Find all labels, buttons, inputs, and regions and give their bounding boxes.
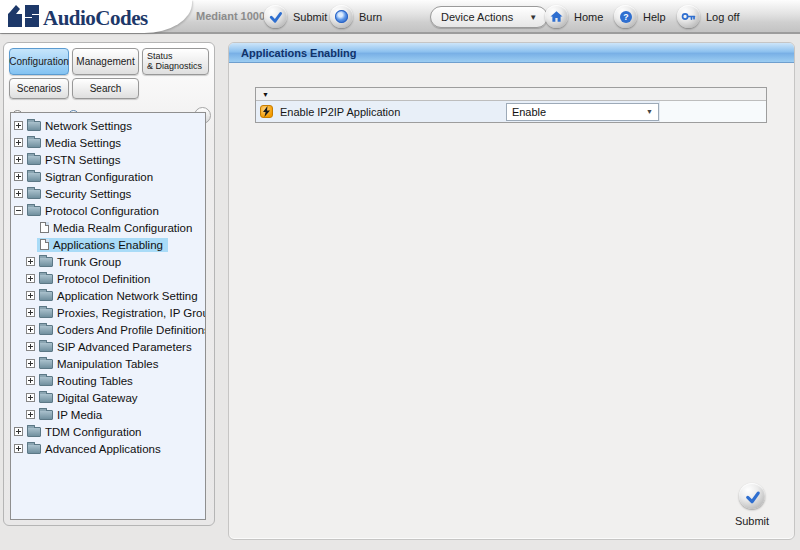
sidebar-tab[interactable]: Management — [72, 48, 139, 75]
tree-item[interactable]: SIP Advanced Parameters — [11, 338, 205, 355]
sidebar-tab[interactable]: Scenarios — [9, 78, 69, 99]
tree-item-label: Security Settings — [43, 187, 133, 201]
tree-expander-icon[interactable] — [26, 342, 35, 351]
tree-expander-icon[interactable] — [14, 444, 23, 453]
help-button[interactable]: ? Help — [614, 5, 666, 28]
logoff-key-icon — [677, 5, 700, 28]
tree-item[interactable]: TDM Configuration — [11, 423, 205, 440]
tree-expander-icon[interactable] — [14, 427, 23, 436]
sidebar-tab[interactable]: Search — [72, 78, 139, 99]
tree-expander-icon[interactable] — [26, 274, 35, 283]
tree-item[interactable]: Media Realm Configuration — [11, 219, 205, 236]
tree-expander-icon[interactable] — [26, 359, 35, 368]
tree-expander-icon[interactable] — [14, 121, 23, 130]
app-window: AudioCodes Mediant 1000 Submit Burn Devi… — [0, 0, 800, 550]
help-icon: ? — [614, 5, 637, 28]
tree-item[interactable]: Proxies, Registration, IP Groups — [11, 304, 205, 321]
select-value: Enable — [512, 106, 546, 118]
tree-item[interactable]: Media Settings — [11, 134, 205, 151]
nav-tree: Network Settings Media Settings PS — [10, 112, 206, 520]
device-actions-label: Device Actions — [441, 11, 513, 23]
submit-bottom-label: Submit — [735, 515, 769, 527]
tree-item[interactable]: Digital Gateway — [11, 389, 205, 406]
tree-item-label: SIP Advanced Parameters — [55, 340, 194, 354]
tree-item[interactable]: Routing Tables — [11, 372, 205, 389]
submit-label: Submit — [293, 11, 327, 23]
submit-button[interactable]: Submit — [264, 5, 327, 28]
tree-item-label: Media Settings — [43, 136, 123, 150]
home-button[interactable]: Home — [545, 5, 603, 28]
tree-item[interactable]: Trunk Group — [11, 253, 205, 270]
sidebar-tab[interactable]: Configuration — [9, 48, 69, 75]
tree-item-label: Application Network Setting — [55, 289, 200, 303]
tree-item-label: Routing Tables — [55, 374, 135, 388]
folder-icon — [39, 410, 53, 420]
tree-item[interactable]: IP Media — [11, 406, 205, 423]
tree-expander-icon[interactable] — [26, 291, 35, 300]
folder-icon — [27, 155, 41, 165]
tree-item[interactable]: Applications Enabling — [11, 236, 205, 253]
tree-item[interactable]: Manipulation Tables — [11, 355, 205, 372]
tree-expander-icon[interactable] — [14, 155, 23, 164]
tree-expander-icon[interactable] — [14, 172, 23, 181]
folder-icon — [27, 427, 41, 437]
sidebar-tab-label: Management — [76, 56, 134, 67]
folder-icon — [39, 376, 53, 386]
sidebar: Configuration Management Status & Diagno… — [3, 42, 215, 526]
tree-item-label: Applications Enabling — [51, 238, 165, 252]
sidebar-tab-label: Configuration — [9, 56, 68, 67]
tree-expander-icon[interactable] — [26, 257, 35, 266]
tree-item[interactable]: Security Settings — [11, 185, 205, 202]
tree-expander-icon[interactable] — [26, 410, 35, 419]
tree-expander-icon[interactable] — [14, 206, 23, 215]
sidebar-tab[interactable]: Status & Diagnostics — [142, 48, 209, 75]
folder-icon — [27, 444, 41, 454]
logoff-button[interactable]: Log off — [677, 5, 739, 28]
top-toolbar: AudioCodes Mediant 1000 Submit Burn Devi… — [0, 0, 800, 34]
tree-item-label: Advanced Applications — [43, 442, 163, 456]
select-caret-icon: ▼ — [646, 108, 653, 115]
logo-plate: AudioCodes — [0, 0, 192, 33]
tree-item[interactable]: Advanced Applications — [11, 440, 205, 457]
tree-item-label: Media Realm Configuration — [51, 221, 194, 235]
page-header: Applications Enabling — [229, 43, 794, 63]
tree-item-label: TDM Configuration — [43, 425, 144, 439]
tree-item[interactable]: Protocol Configuration — [11, 202, 205, 219]
param-value-select[interactable]: Enable ▼ — [506, 103, 659, 121]
home-label: Home — [574, 11, 603, 23]
tree-item[interactable]: PSTN Settings — [11, 151, 205, 168]
tree-item[interactable]: Sigtran Configuration — [11, 168, 205, 185]
device-actions-dropdown[interactable]: Device Actions ▼ — [430, 6, 548, 28]
folder-icon — [40, 239, 49, 250]
submit-button-bottom[interactable]: Submit — [727, 483, 777, 529]
tree-item[interactable]: Network Settings — [11, 117, 205, 134]
table-row: Enable IP2IP Application Enable ▼ — [256, 101, 766, 122]
svg-text:?: ? — [623, 12, 628, 22]
tree-item[interactable]: Application Network Setting — [11, 287, 205, 304]
device-name: Mediant 1000 — [196, 10, 265, 22]
audiocodes-logo-icon — [8, 5, 39, 31]
tree-item-label: Sigtran Configuration — [43, 170, 155, 184]
logo-text: AudioCodes — [43, 6, 148, 31]
tree-expander-icon[interactable] — [14, 138, 23, 147]
folder-icon — [39, 257, 53, 267]
folder-icon — [27, 121, 41, 131]
param-label: Enable IP2IP Application — [280, 106, 400, 118]
tree-expander-icon[interactable] — [26, 325, 35, 334]
tree-expander-icon[interactable] — [26, 308, 35, 317]
param-value-cell: Enable ▼ — [506, 101, 659, 122]
folder-icon — [39, 359, 53, 369]
submit-check-icon — [264, 5, 287, 28]
burn-button[interactable]: Burn — [330, 5, 382, 28]
chevron-down-icon: ▼ — [529, 13, 537, 22]
folder-icon — [39, 308, 53, 318]
table-collapse-icon[interactable]: ▼ — [262, 91, 269, 98]
tree-expander-icon[interactable] — [14, 189, 23, 198]
param-label-cell: Enable IP2IP Application — [256, 101, 506, 122]
page-title: Applications Enabling — [241, 47, 357, 59]
tree-item[interactable]: Protocol Definition — [11, 270, 205, 287]
folder-icon — [39, 393, 53, 403]
tree-item[interactable]: Coders And Profile Definitions — [11, 321, 205, 338]
tree-expander-icon[interactable] — [26, 393, 35, 402]
tree-expander-icon[interactable] — [26, 376, 35, 385]
